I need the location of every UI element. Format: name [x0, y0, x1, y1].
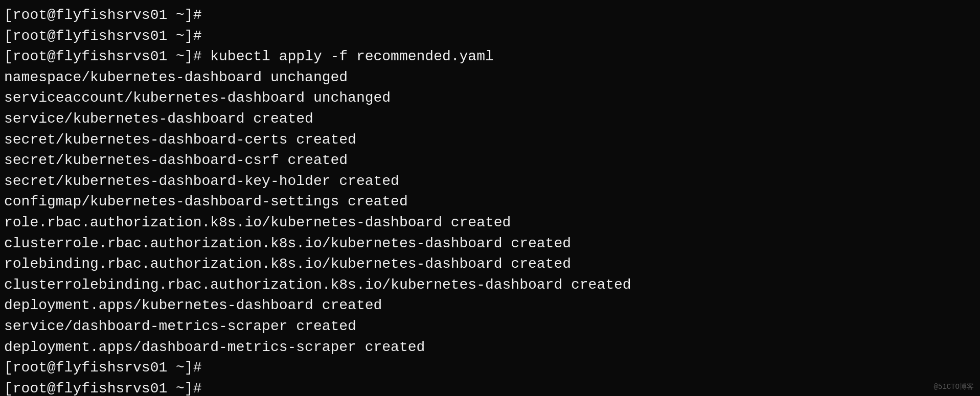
terminal-line: service/dashboard-metrics-scraper create… — [4, 316, 976, 337]
terminal-line: namespace/kubernetes-dashboard unchanged — [4, 67, 976, 88]
terminal-line: [root@flyfishsrvs01 ~]# — [4, 358, 976, 379]
terminal-line: secret/kubernetes-dashboard-certs create… — [4, 130, 976, 151]
terminal-line: clusterrole.rbac.authorization.k8s.io/ku… — [4, 234, 976, 254]
terminal-line: serviceaccount/kubernetes-dashboard unch… — [4, 88, 976, 109]
terminal-line: [root@flyfishsrvs01 ~]# — [4, 26, 976, 47]
terminal-line: [root@flyfishsrvs01 ~]# kubectl apply -f… — [4, 46, 976, 67]
terminal-line: [root@flyfishsrvs01 ~]# — [4, 5, 976, 26]
terminal-line: configmap/kubernetes-dashboard-settings … — [4, 192, 976, 213]
terminal-line: deployment.apps/kubernetes-dashboard cre… — [4, 295, 976, 316]
terminal-line: secret/kubernetes-dashboard-csrf created — [4, 150, 976, 171]
terminal-line: service/kubernetes-dashboard created — [4, 109, 976, 130]
terminal-line: clusterrolebinding.rbac.authorization.k8… — [4, 275, 976, 296]
terminal-line: [root@flyfishsrvs01 ~]# — [4, 379, 976, 396]
terminal-window[interactable]: [root@flyfishsrvs01 ~]#[root@flyfishsrvs… — [0, 0, 980, 396]
terminal-line: rolebinding.rbac.authorization.k8s.io/ku… — [4, 254, 976, 275]
watermark: @51CTO博客 — [934, 382, 974, 392]
terminal-line: role.rbac.authorization.k8s.io/kubernete… — [4, 213, 976, 234]
terminal-line: deployment.apps/dashboard-metrics-scrape… — [4, 337, 976, 358]
terminal-line: secret/kubernetes-dashboard-key-holder c… — [4, 171, 976, 192]
